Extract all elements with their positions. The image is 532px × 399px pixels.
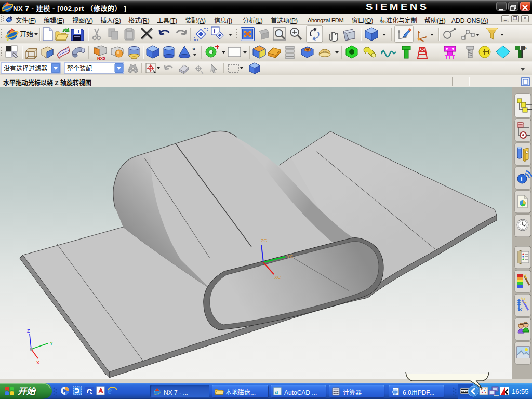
svg-text:e: e bbox=[108, 385, 112, 396]
svg-text:整个装配: 整个装配 bbox=[67, 63, 92, 72]
svg-text:开始: 开始 bbox=[20, 29, 33, 38]
svg-text:→NX5: →NX5 bbox=[93, 56, 105, 61]
svg-text:Z: Z bbox=[27, 328, 30, 334]
svg-text:XC: XC bbox=[274, 275, 281, 280]
svg-text:没有选择过滤器: 没有选择过滤器 bbox=[4, 63, 47, 72]
svg-text:i: i bbox=[521, 175, 523, 183]
svg-text:a: a bbox=[275, 388, 278, 395]
svg-text:ZC: ZC bbox=[261, 238, 267, 243]
svg-text:YC: YC bbox=[287, 254, 294, 259]
svg-text:Y: Y bbox=[50, 341, 53, 346]
svg-text:X: X bbox=[36, 360, 39, 365]
svg-text:16:55: 16:55 bbox=[512, 388, 529, 395]
svg-text:»: » bbox=[192, 46, 195, 52]
svg-text:»: » bbox=[524, 45, 527, 51]
svg-text:开始: 开始 bbox=[18, 384, 36, 397]
